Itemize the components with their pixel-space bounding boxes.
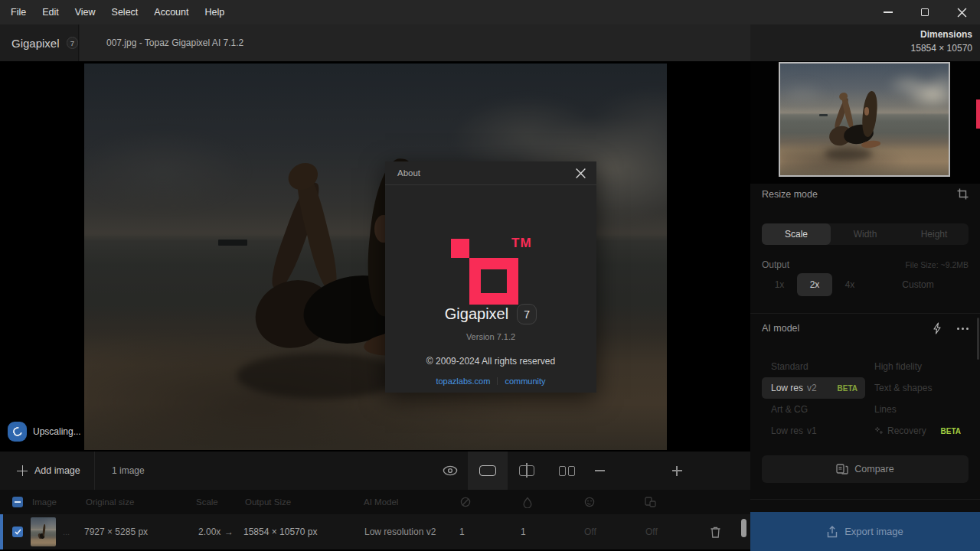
output-row: Output File Size: ~9.2MB	[762, 259, 969, 270]
menu-edit[interactable]: Edit	[41, 5, 60, 19]
col-original-size: Original size	[86, 490, 134, 514]
about-dialog-title: About	[397, 168, 574, 178]
community-link[interactable]: community	[505, 377, 545, 386]
lightning-icon[interactable]	[933, 322, 942, 334]
tab-height[interactable]: Height	[900, 223, 969, 245]
zoom-out-button[interactable]	[594, 452, 605, 490]
window-maximize-icon[interactable]	[906, 0, 943, 24]
gamma-compression-icon	[645, 490, 656, 514]
spinner-icon	[11, 425, 23, 438]
menu-account[interactable]: Account	[152, 5, 190, 19]
model-art-cg[interactable]: Art & CG	[762, 399, 865, 420]
sidebar-scrollbar-thumb[interactable]	[977, 318, 979, 360]
row-checkbox[interactable]	[12, 527, 23, 537]
scale-arrow: →	[224, 514, 234, 549]
topazlabs-link[interactable]: topazlabs.com	[436, 377, 490, 386]
select-all-checkbox[interactable]	[12, 497, 23, 507]
split-view-icon	[519, 465, 534, 476]
close-icon[interactable]	[574, 167, 586, 179]
model-recovery[interactable]: Recovery BETA	[865, 420, 969, 442]
ai-model-title: AI model	[762, 323, 933, 334]
export-icon	[827, 526, 838, 538]
file-size-label: File Size: ~9.2MB	[905, 260, 969, 269]
trash-icon[interactable]	[710, 514, 721, 549]
scale-4x-button[interactable]: 4x	[832, 273, 867, 296]
add-image-label: Add image	[34, 465, 80, 476]
trademark-label: TM	[511, 236, 532, 251]
row-face-recovery-value: Off	[584, 514, 596, 549]
export-image-label: Export image	[844, 526, 903, 537]
compare-button[interactable]: Compare	[762, 455, 969, 483]
title-bar: Gigapixel 7 007.jpg - Topaz Gigapixel AI…	[0, 24, 980, 61]
image-table-row[interactable]: ... 7927 × 5285 px 2.00x → 15854 × 10570…	[0, 514, 750, 549]
row-denoise-value: 1	[521, 514, 526, 549]
export-image-button[interactable]: Export image	[750, 512, 980, 551]
model-lines[interactable]: Lines	[865, 399, 969, 420]
version-label: Version 7.1.2	[385, 332, 596, 341]
tab-scale[interactable]: Scale	[762, 223, 831, 245]
model-standard[interactable]: Standard	[762, 356, 865, 377]
side-by-side-button[interactable]	[558, 452, 575, 490]
scroll-accent-indicator	[976, 99, 980, 129]
scale-buttons: 1x 2x 4x Custom	[762, 273, 969, 296]
face-recovery-icon	[584, 490, 595, 514]
menu-view[interactable]: View	[74, 5, 97, 19]
resize-mode-tabs: Scale Width Height	[762, 223, 969, 245]
menu-file[interactable]: File	[9, 5, 28, 19]
crop-icon[interactable]	[957, 188, 969, 200]
section-divider	[750, 499, 980, 500]
plus-icon	[17, 465, 28, 476]
row-original-size: 7927 × 5285 px	[84, 514, 148, 549]
menu-bar: File Edit View Select Account Help	[0, 0, 980, 24]
col-image: Image	[32, 490, 57, 514]
more-options-icon[interactable]	[957, 328, 969, 330]
plus-icon	[672, 466, 682, 476]
compare-label: Compare	[854, 464, 893, 474]
window-minimize-icon[interactable]	[870, 0, 906, 24]
product-version-badge: 7	[517, 304, 537, 324]
navigator-thumbnail[interactable]	[779, 62, 950, 177]
menu-help[interactable]: Help	[204, 5, 227, 19]
canvas-workspace: Upscaling...	[0, 61, 750, 452]
progress-chip	[8, 422, 27, 442]
row-ai-model: Low resolution v2	[364, 514, 436, 549]
model-low-res-v2[interactable]: Low resv2 BETA	[762, 377, 865, 399]
split-view-button[interactable]	[518, 452, 535, 490]
col-ai-model: AI Model	[364, 490, 398, 514]
dimensions-panel: Dimensions 15854 × 10570	[911, 29, 972, 54]
row-scale: 2.00x	[198, 514, 220, 549]
logo-big-square	[469, 258, 518, 305]
side-by-side-icon	[559, 466, 575, 476]
app-name: Gigapixel	[11, 37, 60, 50]
col-scale: Scale	[196, 490, 218, 514]
single-view-button[interactable]	[468, 452, 508, 490]
menu-select[interactable]: Select	[110, 5, 140, 19]
footer-toolbar: Add image 1 image 5%	[0, 452, 750, 490]
single-view-icon	[479, 465, 496, 476]
app-version-badge: 7	[67, 37, 78, 49]
section-divider	[750, 313, 980, 314]
resize-mode-header: Resize mode	[762, 188, 969, 200]
row-sharpen-value: 1	[459, 514, 465, 549]
document-tab[interactable]: 007.jpg - Topaz Gigapixel AI 7.1.2	[80, 24, 750, 61]
row-selected-indicator	[0, 514, 3, 549]
tab-width[interactable]: Width	[831, 223, 900, 245]
col-output-size: Output Size	[245, 490, 291, 514]
scale-2x-button[interactable]: 2x	[797, 273, 832, 296]
model-text-shapes[interactable]: Text & shapes	[865, 377, 969, 399]
window-close-icon[interactable]	[943, 0, 980, 24]
table-scrollbar-thumb[interactable]	[741, 519, 746, 537]
preview-eye-button[interactable]	[442, 452, 459, 490]
dimensions-value: 15854 × 10570	[911, 43, 972, 54]
sharpen-icon	[460, 490, 471, 514]
scale-1x-button[interactable]: 1x	[762, 273, 797, 296]
add-image-button[interactable]: Add image	[17, 452, 80, 490]
logo-small-square	[451, 239, 469, 258]
scale-custom-button[interactable]: Custom	[867, 273, 969, 296]
model-high-fidelity[interactable]: High fidelity	[865, 356, 969, 377]
about-dialog-header: About	[385, 161, 596, 185]
model-low-res-v1[interactable]: Low resv1	[762, 420, 865, 442]
upscaling-status: Upscaling...	[8, 422, 81, 442]
denoise-droplet-icon	[523, 490, 532, 514]
zoom-in-button[interactable]	[671, 452, 682, 490]
